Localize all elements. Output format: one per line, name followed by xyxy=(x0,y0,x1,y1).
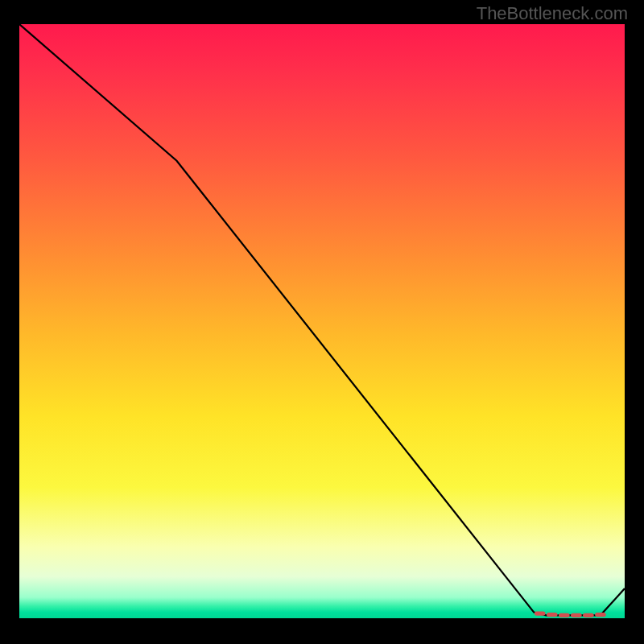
marker-dash xyxy=(535,612,546,616)
watermark-text: TheBottleneck.com xyxy=(477,3,628,24)
marker-dash xyxy=(571,613,582,617)
chart-plot-area xyxy=(19,24,625,618)
marker-dash xyxy=(583,613,594,617)
marker-dash xyxy=(559,613,570,617)
series-line-path xyxy=(19,24,625,615)
chart-svg xyxy=(19,24,625,618)
line-series xyxy=(19,24,625,615)
marker-dash xyxy=(547,613,558,617)
marker-dash xyxy=(595,613,606,617)
